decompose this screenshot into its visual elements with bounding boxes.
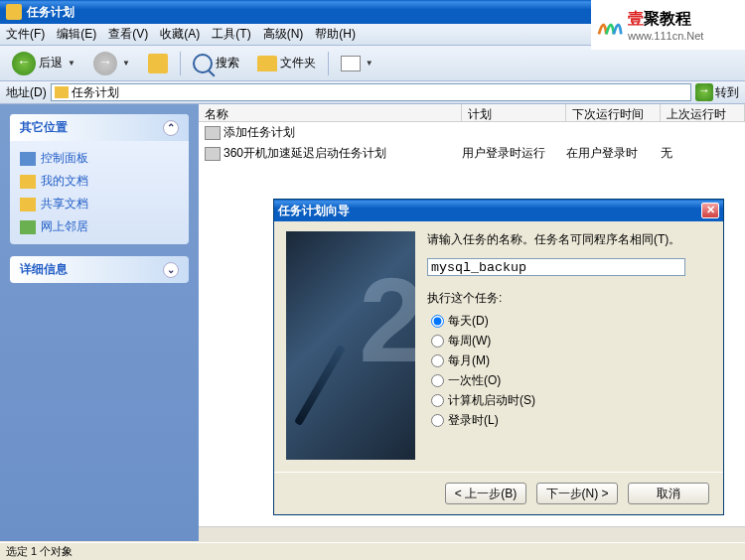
back-button[interactable]: 后退 ▼ [6, 50, 81, 77]
column-name[interactable]: 名称 [199, 104, 462, 121]
menu-edit[interactable]: 编辑(E) [57, 26, 96, 43]
network-icon [20, 220, 36, 234]
menu-tools[interactable]: 工具(T) [212, 26, 250, 43]
status-bar: 选定 1 个对象 [0, 542, 745, 560]
toolbar: 后退 ▼ ▼ 搜索 文件夹 ▼ [0, 46, 745, 81]
wizard-prompt: 请输入任务的名称。任务名可同程序名相同(T)。 [427, 231, 709, 248]
folder-icon [20, 198, 36, 211]
back-icon [12, 52, 36, 75]
sidebar: 其它位置 ⌃ 控制面板 我的文档 共享文档 网上邻居 详细信息 ⌄ [0, 104, 199, 541]
cancel-button[interactable]: 取消 [628, 483, 709, 504]
list-item[interactable]: 360开机加速延迟启动任务计划 用户登录时运行 在用户登录时 无 [199, 143, 745, 164]
dialog-footer: < 上一步(B) 下一步(N) > 取消 [274, 472, 723, 514]
forward-icon [93, 52, 117, 75]
menu-view[interactable]: 查看(V) [108, 26, 148, 43]
dialog-title: 任务计划向导 [278, 203, 350, 219]
separator [180, 52, 181, 75]
panel-header[interactable]: 其它位置 ⌃ [10, 114, 189, 141]
task-icon [205, 147, 221, 161]
horizontal-scrollbar[interactable] [199, 526, 745, 542]
forward-button[interactable]: ▼ [87, 50, 136, 77]
folder-icon [55, 86, 69, 98]
chevron-down-icon: ▼ [122, 59, 130, 68]
search-icon [193, 54, 213, 73]
search-button[interactable]: 搜索 [187, 52, 245, 75]
schedule-radio-group: 每天(D) 每周(W) 每月(M) 一次性(O) 计算机启动时(S) 登录时(L… [427, 313, 709, 429]
watermark-brand-prefix: 壹 [628, 10, 644, 27]
view-button[interactable]: ▼ [335, 54, 379, 73]
folder-icon [257, 56, 277, 71]
radio-startup[interactable]: 计算机启动时(S) [431, 392, 709, 409]
sidebar-item-control-panel[interactable]: 控制面板 [20, 147, 179, 170]
address-label: 地址(D) [6, 84, 47, 101]
chevron-down-icon: ⌄ [163, 262, 179, 278]
address-value: 任务计划 [72, 84, 119, 101]
address-input[interactable]: 任务计划 [51, 83, 691, 101]
folder-up-icon [148, 54, 168, 73]
list-item[interactable]: 添加任务计划 [199, 122, 745, 143]
run-label: 执行这个任务: [427, 290, 709, 307]
sidebar-item-my-docs[interactable]: 我的文档 [20, 170, 179, 193]
chevron-down-icon: ▼ [68, 59, 75, 68]
address-bar: 地址(D) 任务计划 转到 [0, 81, 745, 104]
menu-help[interactable]: 帮助(H) [315, 26, 356, 43]
next-button[interactable]: 下一步(N) > [536, 483, 618, 504]
menu-adv[interactable]: 高级(N) [263, 26, 304, 43]
column-last[interactable]: 上次运行时 [661, 104, 745, 121]
window-icon [6, 4, 22, 20]
watermark-brand-rest: 聚教程 [644, 10, 691, 27]
window-title: 任务计划 [27, 4, 74, 21]
panel-header[interactable]: 详细信息 ⌄ [10, 256, 189, 283]
panel-other-places: 其它位置 ⌃ 控制面板 我的文档 共享文档 网上邻居 [10, 114, 189, 244]
radio-weekly[interactable]: 每周(W) [431, 333, 709, 350]
task-name-input[interactable] [427, 258, 685, 276]
sidebar-item-network[interactable]: 网上邻居 [20, 215, 179, 238]
status-text: 选定 1 个对象 [6, 545, 73, 557]
watermark-logo: 壹聚教程 www.111cn.Net [591, 0, 745, 50]
chevron-up-icon: ⌃ [163, 120, 179, 136]
view-icon [341, 56, 361, 71]
control-panel-icon [20, 152, 36, 166]
wizard-image [286, 231, 415, 460]
close-button[interactable]: ✕ [701, 203, 719, 218]
go-icon [695, 83, 713, 101]
menu-fav[interactable]: 收藏(A) [160, 26, 200, 43]
menu-file[interactable]: 文件(F) [6, 26, 45, 43]
folders-button[interactable]: 文件夹 [251, 53, 322, 73]
dialog-titlebar[interactable]: 任务计划向导 ✕ [274, 200, 723, 221]
radio-daily[interactable]: 每天(D) [431, 313, 709, 330]
column-next[interactable]: 下次运行时间 [566, 104, 661, 121]
folder-icon [20, 175, 36, 189]
panel-details: 详细信息 ⌄ [10, 256, 189, 283]
column-headers: 名称 计划 下次运行时间 上次运行时 [199, 104, 745, 122]
sidebar-item-shared-docs[interactable]: 共享文档 [20, 193, 179, 215]
radio-monthly[interactable]: 每月(M) [431, 352, 709, 369]
back-button[interactable]: < 上一步(B) [445, 483, 526, 504]
watermark-url: www.111cn.Net [628, 30, 703, 42]
radio-once[interactable]: 一次性(O) [431, 372, 709, 389]
chevron-down-icon: ▼ [366, 59, 373, 68]
task-icon [205, 126, 221, 140]
separator [328, 52, 329, 75]
radio-logon[interactable]: 登录时(L) [431, 412, 709, 429]
up-button[interactable] [142, 52, 174, 75]
go-button[interactable]: 转到 [695, 83, 739, 101]
wizard-dialog: 任务计划向导 ✕ 请输入任务的名称。任务名可同程序名相同(T)。 执行这个任务:… [273, 199, 724, 515]
column-plan[interactable]: 计划 [462, 104, 566, 121]
